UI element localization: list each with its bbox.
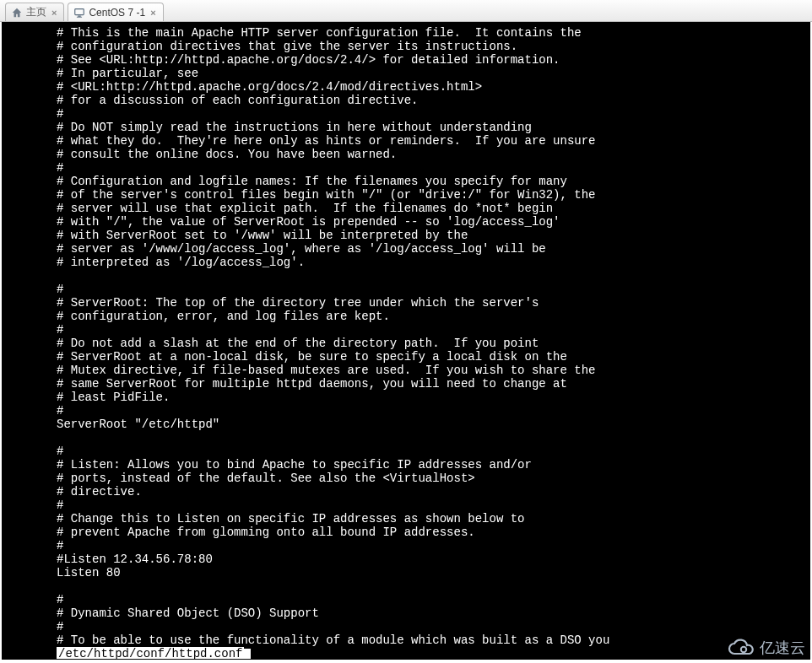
- terminal-line: # Do not add a slash at the end of the d…: [3, 337, 809, 350]
- terminal-line: # ServerRoot at a non-local disk, be sur…: [3, 350, 809, 364]
- terminal-line: ServerRoot "/etc/httpd": [3, 418, 809, 431]
- terminal-line: #: [3, 539, 809, 552]
- terminal-line: # Listen: Allows you to bind Apache to s…: [3, 458, 809, 472]
- terminal-line: # of the server's control files begin wi…: [3, 188, 809, 202]
- terminal-line: #: [3, 161, 809, 175]
- terminal-line: [3, 579, 809, 593]
- terminal-line: # least PidFile.: [3, 391, 809, 404]
- watermark-text: 亿速云: [760, 638, 805, 658]
- terminal-line: # configuration, error, and log files ar…: [3, 310, 809, 323]
- cloud-icon: [726, 639, 755, 657]
- svg-rect-1: [78, 15, 82, 16]
- terminal-line: # Do NOT simply read the instructions in…: [3, 121, 809, 134]
- cursor: [244, 649, 251, 660]
- editor-status-path: /etc/httpd/conf/httpd.conf: [57, 647, 244, 660]
- terminal-line: #: [3, 404, 809, 418]
- terminal-line: # with "/", the value of ServerRoot is p…: [3, 215, 809, 229]
- terminal-line: [3, 269, 809, 283]
- terminal-line: # server will use that explicit path. If…: [3, 202, 809, 215]
- terminal-line: # with ServerRoot set to '/www' will be …: [3, 229, 809, 242]
- svg-rect-2: [77, 16, 82, 17]
- terminal-line: #: [3, 107, 809, 121]
- terminal-line: # <URL:http://httpd.apache.org/docs/2.4/…: [3, 80, 809, 94]
- tab-vm-label: CentOS 7 -1: [89, 7, 145, 19]
- terminal-line: # ports, instead of the default. See als…: [3, 472, 809, 485]
- tab-home[interactable]: 主页 ×: [5, 3, 64, 21]
- terminal-line: # consult the online docs. You have been…: [3, 148, 809, 161]
- terminal-output[interactable]: # This is the main Apache HTTP server co…: [3, 23, 809, 660]
- home-icon: [11, 7, 23, 19]
- terminal-line: #: [3, 445, 809, 458]
- terminal-line: #: [3, 499, 809, 512]
- terminal-line: # directive.: [3, 485, 809, 499]
- svg-point-3: [741, 647, 746, 652]
- terminal-line: #: [3, 283, 809, 296]
- terminal-line: # prevent Apache from glomming onto all …: [3, 526, 809, 539]
- terminal-line: # This is the main Apache HTTP server co…: [3, 26, 809, 40]
- close-icon[interactable]: ×: [149, 8, 157, 18]
- tab-vm[interactable]: CentOS 7 -1 ×: [68, 3, 163, 21]
- terminal-line: # what they do. They're here only as hin…: [3, 134, 809, 148]
- terminal-line: # To be able to use the functionality of…: [3, 633, 809, 647]
- terminal-line: # same ServerRoot for multiple httpd dae…: [3, 377, 809, 391]
- terminal-line: #: [3, 620, 809, 633]
- terminal-line: #: [3, 593, 809, 606]
- terminal-line: # In particular, see: [3, 67, 809, 80]
- terminal-line: Listen 80: [3, 566, 809, 579]
- monitor-icon: [73, 7, 85, 19]
- terminal-line: # Change this to Listen on specific IP a…: [3, 512, 809, 526]
- terminal-line: # See <URL:http://httpd.apache.org/docs/…: [3, 53, 809, 67]
- terminal-line: # server as '/www/log/access_log', where…: [3, 242, 809, 256]
- watermark: 亿速云: [726, 638, 805, 658]
- terminal-line: # ServerRoot: The top of the directory t…: [3, 296, 809, 310]
- terminal-line: # Dynamic Shared Object (DSO) Support: [3, 606, 809, 620]
- terminal-line: # configuration directives that give the…: [3, 40, 809, 53]
- terminal-line: # for a discussion of each configuration…: [3, 94, 809, 107]
- terminal-line: # Mutex directive, if file-based mutexes…: [3, 364, 809, 377]
- terminal-line: [3, 431, 809, 445]
- tab-home-label: 主页: [26, 5, 46, 19]
- terminal-panel: # This is the main Apache HTTP server co…: [2, 22, 810, 660]
- tab-bar: 主页 × CentOS 7 -1 ×: [0, 0, 812, 22]
- terminal-line: # Configuration and logfile names: If th…: [3, 175, 809, 188]
- svg-rect-0: [75, 8, 84, 14]
- close-icon[interactable]: ×: [50, 8, 58, 18]
- terminal-line: #Listen 12.34.56.78:80: [3, 552, 809, 566]
- terminal-line: # interpreted as '/log/access_log'.: [3, 256, 809, 269]
- terminal-line: #: [3, 323, 809, 337]
